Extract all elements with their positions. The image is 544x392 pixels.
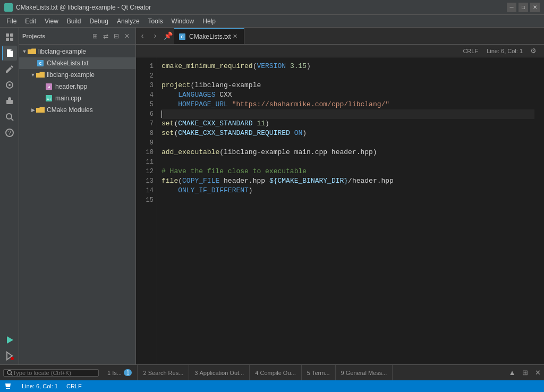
status-line-ending[interactable]: CRLF xyxy=(62,380,86,392)
menu-debug[interactable]: Debug xyxy=(86,16,113,26)
code-line-8: set(CMAKE_CXX_STANDARD_REQUIRED ON) xyxy=(162,129,534,138)
svg-point-5 xyxy=(8,84,11,86)
sidebar-file-btn[interactable] xyxy=(2,46,17,61)
bottom-tab-5-label: Term... xyxy=(312,370,330,376)
bottom-tab-terminal[interactable]: 5 Term... xyxy=(302,365,336,380)
editor-settings-btn[interactable]: ⚙ xyxy=(527,42,540,59)
sidebar-help-btn[interactable]: ? xyxy=(2,125,17,140)
sidebar-sync-btn[interactable]: ⇄ xyxy=(100,31,111,41)
sidebar-collapse-btn[interactable]: ⊟ xyxy=(111,31,122,41)
bottom-panel: 1 Is...1 2 Search Res... 3 Application O… xyxy=(0,364,544,380)
bottom-tab-9-label: General Mess... xyxy=(346,370,387,376)
svg-text:C+: C+ xyxy=(47,97,51,100)
menu-edit[interactable]: Edit xyxy=(21,16,40,26)
menu-file[interactable]: File xyxy=(2,16,21,26)
sidebar: Projects ⊞ ⇄ ⊟ ✕ ▼ libclang-example ▶ C xyxy=(19,28,136,364)
window-controls: ─ □ ✕ xyxy=(507,3,540,12)
sidebar-search-btn[interactable] xyxy=(2,109,17,124)
sidebar-projects-btn[interactable] xyxy=(2,30,17,45)
search-locate-input[interactable] xyxy=(13,370,95,376)
bottom-tab-9-num: 9 xyxy=(341,370,344,376)
maximize-button[interactable]: □ xyxy=(518,3,528,12)
menu-help[interactable]: Help xyxy=(198,16,220,26)
minimize-button[interactable]: ─ xyxy=(507,3,516,12)
sidebar-edit-btn[interactable] xyxy=(2,62,17,76)
editor-tabs: ‹ › 📌 C CMakeLists.txt ✕ xyxy=(136,28,544,45)
code-line-10: add_executable(libclang-example main.cpp… xyxy=(162,148,534,157)
tree-item-subfolder[interactable]: ▼ libclang-example xyxy=(19,69,135,81)
sidebar-close-btn[interactable]: ✕ xyxy=(122,31,132,41)
sidebar-tree: ▼ libclang-example ▶ C CMakeLists.txt ▼ xyxy=(19,45,135,364)
menu-analyze[interactable]: Analyze xyxy=(113,16,144,26)
editor-header: CRLF Line: 6, Col: 1 ⚙ xyxy=(136,45,544,57)
debug-run-btn[interactable] xyxy=(2,348,17,363)
svg-line-23 xyxy=(11,373,12,375)
bottom-tab-1-label: Is... xyxy=(112,370,122,376)
sidebar-kit-btn[interactable] xyxy=(2,93,17,108)
bottom-tab-app-output[interactable]: 3 Application Out... xyxy=(189,365,250,380)
menu-tools[interactable]: Tools xyxy=(144,16,167,26)
svg-rect-0 xyxy=(6,33,9,37)
bottom-tab-search[interactable]: 2 Search Res... xyxy=(138,365,189,380)
tab-nav-back[interactable]: ‹ xyxy=(136,28,149,44)
run-btn[interactable] xyxy=(2,333,17,347)
code-line-15 xyxy=(162,195,534,205)
tab-cmakelists[interactable]: C CMakeLists.txt ✕ xyxy=(174,28,244,44)
tree-item-main[interactable]: ▶ C+ main.cpp xyxy=(19,92,135,104)
code-line-13: file(COPY_FILE header.hpp ${CMAKE_BINARY… xyxy=(162,176,534,186)
close-button[interactable]: ✕ xyxy=(530,3,540,12)
code-line-14: ONLY_IF_DIFFERENT) xyxy=(162,186,534,195)
bottom-panel-split-btn[interactable]: ⊞ xyxy=(518,367,531,379)
svg-marker-11 xyxy=(7,336,13,344)
bottom-tab-compile[interactable]: 4 Compile Ou... xyxy=(250,365,301,380)
menu-window[interactable]: Window xyxy=(167,16,199,26)
tree-label-header: header.hpp xyxy=(55,83,87,90)
tab-close-btn[interactable]: ✕ xyxy=(231,32,240,41)
vertical-scrollbar[interactable] xyxy=(539,57,544,364)
menu-build[interactable]: Build xyxy=(63,16,86,26)
search-locate-container[interactable] xyxy=(3,369,99,377)
issues-badge: 1 xyxy=(124,369,132,376)
menu-view[interactable]: View xyxy=(40,16,63,26)
svg-line-8 xyxy=(11,118,13,121)
svg-rect-3 xyxy=(10,38,13,41)
tree-item-header[interactable]: ▶ H header.hpp xyxy=(19,81,135,92)
status-line-col[interactable]: Line: 6, Col: 1 xyxy=(18,380,62,392)
tree-item-root-folder[interactable]: ▼ libclang-example xyxy=(19,46,135,57)
code-line-5: HOMEPAGE_URL "https://shaharmike.com/cpp… xyxy=(162,100,534,109)
svg-point-13 xyxy=(11,357,14,360)
code-line-2 xyxy=(162,71,534,81)
tree-arrow-cmake-modules: ▶ xyxy=(30,107,36,113)
bottom-tab-3-num: 3 xyxy=(194,370,198,376)
svg-point-22 xyxy=(7,370,11,374)
sidebar-debug-btn[interactable] xyxy=(2,78,17,92)
code-content[interactable]: cmake_minimum_required(VERSION 3.15) pro… xyxy=(157,57,539,364)
tree-item-cmakelists[interactable]: ▶ C CMakeLists.txt xyxy=(19,57,135,69)
tree-item-cmake-modules[interactable]: ▶ CMake Modules xyxy=(19,104,135,116)
hpp-file-icon: H xyxy=(45,82,53,91)
app-icon xyxy=(4,3,13,12)
code-line-1: cmake_minimum_required(VERSION 3.15) xyxy=(162,62,534,71)
bottom-tab-3-label: Application Out... xyxy=(200,370,244,376)
code-line-7: set(CMAKE_CXX_STANDARD 11) xyxy=(162,119,534,129)
cpp-file-icon: C+ xyxy=(45,94,53,103)
sidebar-filter-btn[interactable]: ⊞ xyxy=(90,31,100,41)
tab-nav-forward[interactable]: › xyxy=(149,28,162,44)
bottom-panel-close-btn[interactable]: ✕ xyxy=(531,367,544,379)
svg-rect-6 xyxy=(6,100,13,104)
bottom-panel-up-btn[interactable]: ▲ xyxy=(506,367,518,379)
bottom-tab-general[interactable]: 9 General Mess... xyxy=(336,365,393,380)
sidebar-title: Projects xyxy=(22,33,90,39)
status-build-mode[interactable] xyxy=(0,380,18,392)
tree-arrow-subfolder: ▼ xyxy=(30,72,36,78)
left-icon-bar: ? xyxy=(0,28,19,364)
code-editor[interactable]: 1 2 3 4 5 6 7 8 9 10 11 12 13 14 15 cmak… xyxy=(136,57,544,364)
code-line-3: project(libclang-example xyxy=(162,81,534,90)
bottom-tab-4-label: Compile Ou... xyxy=(260,370,295,376)
tree-label-cmake-modules: CMake Modules xyxy=(47,106,93,114)
window-title: CMakeLists.txt @ libclang-example - Qt C… xyxy=(16,4,507,11)
bottom-tab-issues[interactable]: 1 Is...1 xyxy=(102,365,138,380)
menu-bar: File Edit View Build Debug Analyze Tools… xyxy=(0,15,544,28)
cmake-file-icon: C xyxy=(36,59,45,67)
tab-pin-btn[interactable]: 📌 xyxy=(162,28,174,44)
